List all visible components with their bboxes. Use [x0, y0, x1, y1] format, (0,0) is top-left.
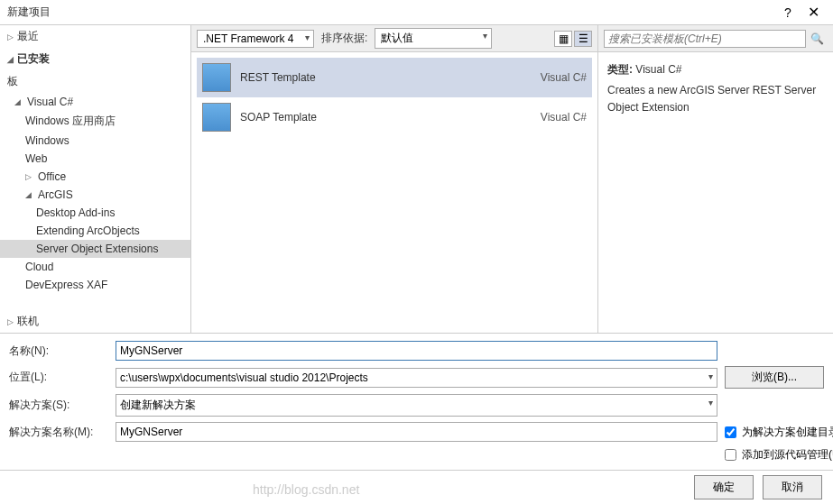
nav-extending-arcobjects[interactable]: Extending ArcObjects	[0, 222, 190, 240]
add-scm-label: 添加到源代码管理(U)	[742, 447, 833, 463]
main-area: ▷最近 ◢已安装 板 ◢Visual C# Windows 应用商店 Windo…	[0, 25, 833, 333]
detail-panel: 类型: Visual C# Creates a new ArcGIS Serve…	[598, 52, 833, 126]
center-panel: .NET Framework 4 排序依据: 默认值 ▦ ☰ REST Temp…	[191, 25, 598, 333]
template-lang: Visual C#	[514, 71, 587, 84]
template-icon	[202, 103, 231, 132]
chevron-down-icon: ◢	[14, 97, 23, 106]
location-label: 位置(L):	[9, 370, 108, 385]
solution-combo[interactable]: 创建新解决方案	[116, 394, 717, 417]
nav-visual-csharp[interactable]: ◢Visual C#	[0, 93, 190, 111]
template-name: SOAP Template	[240, 111, 505, 124]
dialog-title: 新建项目	[7, 5, 775, 20]
help-icon[interactable]: ?	[775, 5, 801, 20]
nav-group-templates: 板	[0, 70, 190, 93]
detail-type-label: 类型:	[607, 63, 633, 76]
view-small-icon[interactable]: ▦	[554, 31, 572, 47]
nav-arcgis[interactable]: ◢ArcGIS	[0, 186, 190, 204]
bottom-form: 名称(N): 位置(L): c:\users\wpx\documents\vis…	[0, 333, 833, 470]
chevron-right-icon: ▷	[7, 32, 14, 41]
nav-windows[interactable]: Windows	[0, 132, 190, 150]
template-lang: Visual C#	[514, 111, 587, 124]
nav-windows-store[interactable]: Windows 应用商店	[0, 111, 190, 132]
nav-panel: ▷最近 ◢已安装 板 ◢Visual C# Windows 应用商店 Windo…	[0, 25, 191, 333]
sort-label: 排序依据:	[321, 31, 367, 46]
button-row: 确定 取消	[0, 470, 833, 504]
template-list: REST Template Visual C# SOAP Template Vi…	[191, 52, 597, 333]
nav-server-object-extensions[interactable]: Server Object Extensions	[0, 240, 190, 258]
chevron-down-icon: ◢	[25, 190, 34, 199]
solution-name-label: 解决方案名称(M):	[9, 425, 108, 440]
add-scm-checkbox[interactable]	[725, 449, 736, 461]
nav-desktop-addins[interactable]: Desktop Add-ins	[0, 204, 190, 222]
nav-devexpress-xaf[interactable]: DevExpress XAF	[0, 276, 190, 294]
template-name: REST Template	[240, 71, 505, 84]
ok-button[interactable]: 确定	[694, 475, 754, 499]
right-panel: 🔍 类型: Visual C# Creates a new ArcGIS Ser…	[598, 25, 833, 333]
create-dir-checkbox[interactable]	[725, 426, 736, 438]
browse-button[interactable]: 浏览(B)...	[725, 366, 824, 389]
nav-office[interactable]: ▷Office	[0, 168, 190, 186]
framework-dropdown[interactable]: .NET Framework 4	[197, 30, 314, 48]
search-row: 🔍	[598, 25, 833, 52]
template-soap[interactable]: SOAP Template Visual C#	[197, 97, 592, 137]
cancel-button[interactable]: 取消	[763, 475, 822, 499]
detail-description: Creates a new ArcGIS Server REST Server …	[607, 82, 824, 116]
sort-dropdown[interactable]: 默认值	[375, 28, 492, 49]
chevron-right-icon: ▷	[25, 172, 34, 181]
name-input[interactable]	[116, 341, 717, 361]
view-list-icon[interactable]: ☰	[574, 31, 592, 47]
nav-installed[interactable]: ◢已安装	[0, 48, 190, 70]
search-icon[interactable]: 🔍	[806, 32, 828, 45]
chevron-right-icon: ▷	[7, 317, 14, 326]
close-icon[interactable]: ✕	[801, 4, 826, 21]
toolbar: .NET Framework 4 排序依据: 默认值 ▦ ☰	[191, 25, 597, 52]
search-input[interactable]	[604, 30, 806, 48]
nav-web[interactable]: Web	[0, 150, 190, 168]
template-icon	[202, 63, 231, 92]
solution-name-input[interactable]	[116, 422, 717, 442]
titlebar: 新建项目 ? ✕	[0, 0, 833, 25]
create-dir-label: 为解决方案创建目录(D)	[742, 425, 833, 440]
template-rest[interactable]: REST Template Visual C#	[197, 58, 592, 97]
location-combo[interactable]: c:\users\wpx\documents\visual studio 201…	[116, 368, 717, 388]
nav-online[interactable]: ▷联机	[0, 310, 190, 333]
solution-label: 解决方案(S):	[9, 398, 108, 413]
name-label: 名称(N):	[9, 344, 108, 359]
nav-cloud[interactable]: Cloud	[0, 258, 190, 276]
nav-recent[interactable]: ▷最近	[0, 25, 190, 48]
chevron-down-icon: ◢	[7, 55, 14, 64]
detail-type-value: Visual C#	[635, 63, 681, 76]
